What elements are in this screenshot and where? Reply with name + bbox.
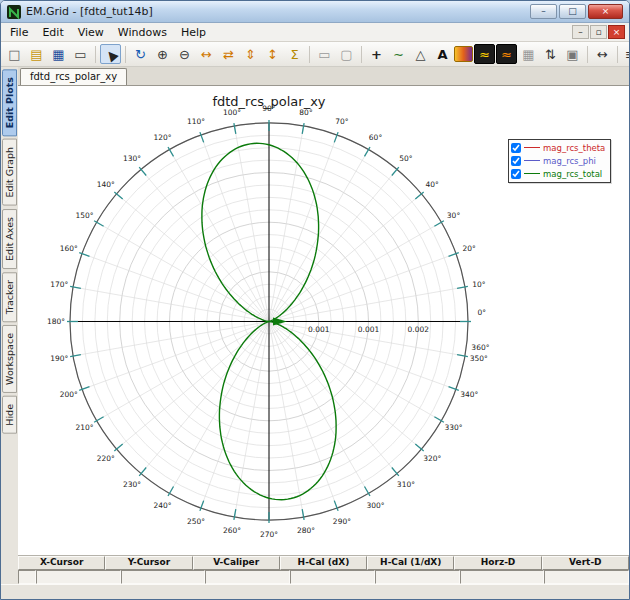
angle-label-150: 150° bbox=[75, 211, 93, 220]
radial-label-2: 0.002 bbox=[408, 325, 430, 334]
menu-edit[interactable]: Edit bbox=[35, 25, 70, 40]
sidebar-tab-hide[interactable]: Hide bbox=[2, 396, 17, 434]
sidebar-tab-edit-plots[interactable]: Edit Plots bbox=[2, 69, 17, 136]
zoom-in-button[interactable]: ⊕ bbox=[152, 44, 173, 64]
frame-button[interactable]: ▣ bbox=[562, 44, 583, 64]
sidebar-tab-edit-axes[interactable]: Edit Axes bbox=[2, 209, 17, 269]
doc-minimize-button[interactable]: – bbox=[572, 25, 589, 39]
new-document-button[interactable]: □ bbox=[4, 44, 25, 64]
expand-vertical-icon: ↕ bbox=[267, 48, 278, 61]
angle-tick bbox=[302, 123, 304, 134]
sidebar-tab-tracker[interactable]: Tracker bbox=[2, 272, 17, 322]
angle-label-100: 100° bbox=[223, 108, 241, 117]
sum-button[interactable]: Σ bbox=[284, 44, 305, 64]
angle-label-250: 250° bbox=[187, 517, 205, 526]
layout-button[interactable]: ≡Layou... bbox=[622, 44, 629, 64]
angle-label-190: 190° bbox=[50, 354, 68, 363]
doc-restore-button[interactable]: ▫ bbox=[590, 25, 607, 39]
sidebar-tab-workspace[interactable]: Workspace bbox=[2, 325, 17, 393]
slider-vertical-button[interactable]: ⇅ bbox=[540, 44, 561, 64]
colormap-button[interactable] bbox=[454, 46, 473, 62]
menu-windows[interactable]: Windows bbox=[111, 25, 174, 40]
radial-label-0: 0.001 bbox=[308, 325, 330, 334]
status-header-h-cal-1-dx: H-Cal (1/dX) bbox=[367, 556, 454, 570]
legend-checkbox-mag-rcs-total[interactable] bbox=[511, 169, 521, 179]
zoom-out-button[interactable]: ⊖ bbox=[174, 44, 195, 64]
status-cell-y-cursor bbox=[121, 570, 206, 584]
select-box-button[interactable]: ▭ bbox=[314, 44, 335, 64]
sidebar-tab-edit-graph[interactable]: Edit Graph bbox=[2, 139, 17, 206]
bottom-strip bbox=[1, 584, 629, 599]
angle-label-50: 50° bbox=[399, 154, 413, 163]
angle-label-130: 130° bbox=[123, 154, 141, 163]
save-button[interactable]: ▦ bbox=[48, 44, 69, 64]
waveform-orange-button[interactable]: ≈ bbox=[496, 44, 517, 64]
angle-label-180: 180° bbox=[47, 317, 65, 326]
doc-tab-fdtd-rcs-polar-xy[interactable]: fdtd_rcs_polar_xy bbox=[20, 68, 127, 85]
menu-view[interactable]: View bbox=[71, 25, 111, 40]
select-dashed-button[interactable]: ▢ bbox=[336, 44, 357, 64]
curve-button[interactable]: ∼ bbox=[388, 44, 409, 64]
angle-label-290: 290° bbox=[333, 517, 351, 526]
menu-file[interactable]: File bbox=[3, 25, 35, 40]
legend-line-sample bbox=[524, 173, 540, 174]
fit-height-icon: ⇕ bbox=[245, 48, 256, 61]
menu-bar: FileEditViewWindowsHelp –▫× bbox=[1, 23, 629, 42]
legend-checkbox-mag-rcs-phi[interactable] bbox=[511, 156, 521, 166]
menu-items: FileEditViewWindowsHelp bbox=[3, 25, 213, 40]
polar-grid-spoke bbox=[117, 194, 269, 322]
toolbar-separator bbox=[361, 46, 362, 63]
grid-dashed-button[interactable]: ▦ bbox=[518, 44, 539, 64]
slider-vertical-icon: ⇅ bbox=[545, 48, 556, 61]
print-button[interactable]: ▭ bbox=[70, 44, 91, 64]
angle-label-210: 210° bbox=[75, 423, 93, 432]
status-cell-h-cal-1-dx bbox=[375, 570, 460, 584]
legend-item-mag-rcs-theta: mag_rcs_theta bbox=[511, 141, 605, 154]
polar-grid-spoke bbox=[269, 135, 337, 322]
polar-grid-spoke bbox=[269, 169, 397, 321]
link-horizontal-button[interactable]: ↔ bbox=[592, 44, 613, 64]
doc-close-button[interactable]: × bbox=[608, 25, 625, 39]
angle-label-60: 60° bbox=[369, 133, 383, 142]
document-tab-row: fdtd_rcs_polar_xy bbox=[18, 67, 629, 86]
legend-item-mag-rcs-phi: mag_rcs_phi bbox=[511, 154, 605, 167]
angle-label-90: 90° bbox=[262, 104, 276, 113]
fit-height-button[interactable]: ⇕ bbox=[240, 44, 261, 64]
refresh-button[interactable]: ↻ bbox=[130, 44, 151, 64]
pointer-button[interactable]: ▲ bbox=[100, 44, 121, 64]
maximize-button[interactable]: □ bbox=[559, 4, 586, 19]
expand-vertical-button[interactable]: ↕ bbox=[262, 44, 283, 64]
marker-triangle-button[interactable]: △ bbox=[410, 44, 431, 64]
close-button[interactable]: × bbox=[588, 4, 623, 19]
toolbar-separator bbox=[125, 46, 126, 63]
window-controls: –□× bbox=[530, 4, 623, 19]
angle-tick bbox=[234, 509, 236, 520]
open-file-button[interactable]: ▤ bbox=[26, 44, 47, 64]
angle-label-80: 80° bbox=[299, 108, 313, 117]
text-tool-button[interactable]: A bbox=[432, 44, 453, 64]
refresh-icon: ↻ bbox=[135, 48, 146, 61]
angle-tick bbox=[234, 123, 236, 134]
fit-range-button[interactable]: ⇄ bbox=[218, 44, 239, 64]
radial-label-1: 0.001 bbox=[358, 325, 380, 334]
legend-checkbox-mag-rcs-theta[interactable] bbox=[511, 143, 521, 153]
curve-icon: ∼ bbox=[393, 48, 404, 61]
polar-grid-spoke bbox=[269, 254, 456, 322]
legend: mag_rcs_thetamag_rcs_phimag_rcs_total bbox=[508, 139, 611, 183]
minimize-button[interactable]: – bbox=[530, 4, 557, 19]
print-icon: ▭ bbox=[74, 48, 86, 61]
menu-help[interactable]: Help bbox=[174, 25, 213, 40]
waveform-yellow-button[interactable]: ≈ bbox=[474, 44, 495, 64]
sum-icon: Σ bbox=[290, 48, 298, 61]
fit-width-button[interactable]: ↔ bbox=[196, 44, 217, 64]
polar-grid-spoke bbox=[201, 321, 269, 508]
angle-tick bbox=[457, 286, 468, 288]
polar-grid-spoke bbox=[82, 321, 269, 389]
save-icon: ▦ bbox=[52, 48, 64, 61]
crosshair-button[interactable]: + bbox=[366, 44, 387, 64]
polar-grid-spoke bbox=[117, 321, 269, 449]
angle-label-110: 110° bbox=[187, 117, 205, 126]
angle-label-160: 160° bbox=[60, 244, 78, 253]
legend-label: mag_rcs_phi bbox=[543, 156, 596, 166]
polar-grid-spoke bbox=[269, 321, 421, 449]
